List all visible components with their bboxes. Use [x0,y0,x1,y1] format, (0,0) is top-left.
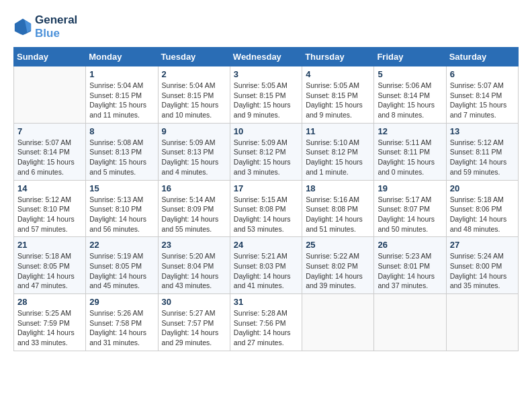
day-number: 8 [89,126,154,136]
calendar-cell: 30Sunrise: 5:27 AM Sunset: 7:57 PM Dayli… [158,294,230,351]
day-number: 25 [306,240,370,250]
day-info: Sunrise: 5:12 AM Sunset: 8:11 PM Dayligh… [450,138,515,177]
calendar-cell: 26Sunrise: 5:23 AM Sunset: 8:01 PM Dayli… [374,237,446,294]
day-info: Sunrise: 5:07 AM Sunset: 8:14 PM Dayligh… [450,81,515,120]
day-number: 11 [306,126,370,136]
calendar-cell [446,294,518,351]
calendar-header-tuesday: Tuesday [158,48,230,66]
calendar-cell: 21Sunrise: 5:18 AM Sunset: 8:05 PM Dayli… [14,237,86,294]
day-number: 1 [89,69,154,79]
calendar-cell: 6Sunrise: 5:07 AM Sunset: 8:14 PM Daylig… [446,66,518,124]
calendar-week-row: 1Sunrise: 5:04 AM Sunset: 8:15 PM Daylig… [14,66,519,124]
calendar-cell [14,66,86,124]
calendar-header-sunday: Sunday [14,48,86,66]
day-info: Sunrise: 5:05 AM Sunset: 8:15 PM Dayligh… [234,81,298,120]
day-info: Sunrise: 5:17 AM Sunset: 8:07 PM Dayligh… [378,195,442,234]
calendar-week-row: 28Sunrise: 5:25 AM Sunset: 7:59 PM Dayli… [14,294,519,351]
calendar-cell: 12Sunrise: 5:11 AM Sunset: 8:11 PM Dayli… [374,123,446,180]
calendar-header-row: SundayMondayTuesdayWednesdayThursdayFrid… [14,48,519,66]
calendar-cell: 11Sunrise: 5:10 AM Sunset: 8:12 PM Dayli… [302,123,374,180]
day-number: 2 [162,69,226,79]
day-info: Sunrise: 5:18 AM Sunset: 8:06 PM Dayligh… [450,195,515,234]
day-info: Sunrise: 5:09 AM Sunset: 8:12 PM Dayligh… [234,138,298,177]
day-number: 5 [378,69,442,79]
day-number: 22 [89,240,154,250]
calendar-cell: 10Sunrise: 5:09 AM Sunset: 8:12 PM Dayli… [230,123,302,180]
day-number: 30 [162,297,226,307]
day-info: Sunrise: 5:04 AM Sunset: 8:15 PM Dayligh… [89,81,154,120]
calendar-cell: 3Sunrise: 5:05 AM Sunset: 8:15 PM Daylig… [230,66,302,124]
day-number: 9 [162,126,226,136]
calendar-cell: 18Sunrise: 5:16 AM Sunset: 8:08 PM Dayli… [302,180,374,237]
day-info: Sunrise: 5:27 AM Sunset: 7:57 PM Dayligh… [162,308,226,348]
day-info: Sunrise: 5:10 AM Sunset: 8:12 PM Dayligh… [306,138,370,177]
day-info: Sunrise: 5:05 AM Sunset: 8:15 PM Dayligh… [306,81,370,120]
day-info: Sunrise: 5:21 AM Sunset: 8:03 PM Dayligh… [234,251,298,291]
day-number: 21 [17,240,82,250]
day-info: Sunrise: 5:06 AM Sunset: 8:14 PM Dayligh… [378,81,442,120]
calendar-header-thursday: Thursday [302,48,374,66]
day-info: Sunrise: 5:13 AM Sunset: 8:10 PM Dayligh… [89,195,154,234]
calendar-cell: 19Sunrise: 5:17 AM Sunset: 8:07 PM Dayli… [374,180,446,237]
calendar-cell: 1Sunrise: 5:04 AM Sunset: 8:15 PM Daylig… [86,66,158,124]
calendar-cell: 13Sunrise: 5:12 AM Sunset: 8:11 PM Dayli… [446,123,518,180]
calendar-cell: 8Sunrise: 5:08 AM Sunset: 8:13 PM Daylig… [86,123,158,180]
calendar-cell: 17Sunrise: 5:15 AM Sunset: 8:08 PM Dayli… [230,180,302,237]
calendar-week-row: 14Sunrise: 5:12 AM Sunset: 8:10 PM Dayli… [14,180,519,237]
day-info: Sunrise: 5:16 AM Sunset: 8:08 PM Dayligh… [306,195,370,234]
day-number: 14 [17,183,82,193]
calendar-cell: 15Sunrise: 5:13 AM Sunset: 8:10 PM Dayli… [86,180,158,237]
day-number: 17 [234,183,298,193]
logo: General Blue [13,13,77,40]
calendar-week-row: 21Sunrise: 5:18 AM Sunset: 8:05 PM Dayli… [14,237,519,294]
day-number: 23 [162,240,226,250]
day-number: 28 [17,297,82,307]
calendar-cell: 9Sunrise: 5:09 AM Sunset: 8:13 PM Daylig… [158,123,230,180]
calendar-cell: 23Sunrise: 5:20 AM Sunset: 8:04 PM Dayli… [158,237,230,294]
calendar-cell: 16Sunrise: 5:14 AM Sunset: 8:09 PM Dayli… [158,180,230,237]
day-info: Sunrise: 5:15 AM Sunset: 8:08 PM Dayligh… [234,195,298,234]
day-info: Sunrise: 5:18 AM Sunset: 8:05 PM Dayligh… [17,251,82,291]
day-number: 13 [450,126,515,136]
calendar-header-wednesday: Wednesday [230,48,302,66]
day-number: 4 [306,69,370,79]
calendar-cell: 24Sunrise: 5:21 AM Sunset: 8:03 PM Dayli… [230,237,302,294]
day-info: Sunrise: 5:04 AM Sunset: 8:15 PM Dayligh… [162,81,226,120]
day-number: 19 [378,183,442,193]
day-number: 18 [306,183,370,193]
calendar-cell: 25Sunrise: 5:22 AM Sunset: 8:02 PM Dayli… [302,237,374,294]
day-number: 27 [450,240,515,250]
day-info: Sunrise: 5:08 AM Sunset: 8:13 PM Dayligh… [89,138,154,177]
day-number: 16 [162,183,226,193]
day-info: Sunrise: 5:23 AM Sunset: 8:01 PM Dayligh… [378,251,442,291]
calendar-table: SundayMondayTuesdayWednesdayThursdayFrid… [13,47,519,351]
logo-icon [13,17,32,36]
day-number: 7 [17,126,82,136]
day-number: 24 [234,240,298,250]
calendar-header-saturday: Saturday [446,48,518,66]
page-header: General Blue [13,13,519,40]
calendar-header-monday: Monday [86,48,158,66]
calendar-cell: 14Sunrise: 5:12 AM Sunset: 8:10 PM Dayli… [14,180,86,237]
calendar-cell: 5Sunrise: 5:06 AM Sunset: 8:14 PM Daylig… [374,66,446,124]
day-number: 12 [378,126,442,136]
day-info: Sunrise: 5:07 AM Sunset: 8:14 PM Dayligh… [17,138,82,177]
day-info: Sunrise: 5:11 AM Sunset: 8:11 PM Dayligh… [378,138,442,177]
calendar-week-row: 7Sunrise: 5:07 AM Sunset: 8:14 PM Daylig… [14,123,519,180]
calendar-cell: 4Sunrise: 5:05 AM Sunset: 8:15 PM Daylig… [302,66,374,124]
logo-text: General Blue [35,13,77,40]
day-info: Sunrise: 5:09 AM Sunset: 8:13 PM Dayligh… [162,138,226,177]
day-info: Sunrise: 5:26 AM Sunset: 7:58 PM Dayligh… [89,308,154,348]
calendar-cell: 28Sunrise: 5:25 AM Sunset: 7:59 PM Dayli… [14,294,86,351]
day-info: Sunrise: 5:24 AM Sunset: 8:00 PM Dayligh… [450,251,515,291]
calendar-cell: 7Sunrise: 5:07 AM Sunset: 8:14 PM Daylig… [14,123,86,180]
day-info: Sunrise: 5:19 AM Sunset: 8:05 PM Dayligh… [89,251,154,291]
day-info: Sunrise: 5:12 AM Sunset: 8:10 PM Dayligh… [17,195,82,234]
day-number: 31 [234,297,298,307]
day-info: Sunrise: 5:28 AM Sunset: 7:56 PM Dayligh… [234,308,298,348]
day-number: 20 [450,183,515,193]
day-info: Sunrise: 5:14 AM Sunset: 8:09 PM Dayligh… [162,195,226,234]
calendar-cell: 20Sunrise: 5:18 AM Sunset: 8:06 PM Dayli… [446,180,518,237]
day-info: Sunrise: 5:25 AM Sunset: 7:59 PM Dayligh… [17,308,82,348]
calendar-cell [302,294,374,351]
